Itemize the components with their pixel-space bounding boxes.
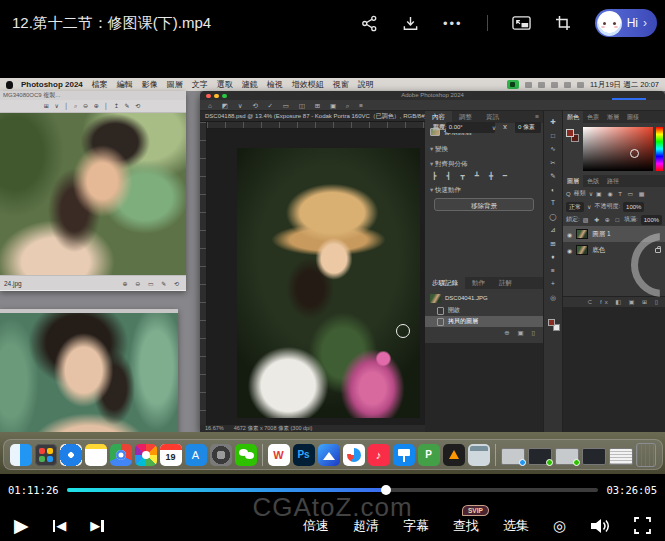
- dock-trash-icon[interactable]: [636, 443, 656, 467]
- caret-down-icon[interactable]: ∨: [589, 190, 593, 197]
- dock-wechat-icon[interactable]: [235, 444, 257, 466]
- share-icon[interactable]: [361, 15, 378, 32]
- tab-patterns[interactable]: 圖樣: [623, 111, 643, 123]
- playback-speed-button[interactable]: 倍速: [303, 517, 329, 535]
- history-item-layer-via-copy[interactable]: 拷貝的圖層: [425, 316, 543, 327]
- dock-music-icon[interactable]: ♪: [368, 444, 390, 466]
- history-footer-icons[interactable]: ⊕ ▣ ▯: [425, 327, 543, 339]
- dock-calendar-icon[interactable]: 19: [160, 444, 182, 466]
- status-icon[interactable]: [551, 82, 558, 88]
- transform-section-title[interactable]: 變換: [430, 145, 538, 154]
- dock-minimized-window[interactable]: [528, 448, 552, 465]
- tab-swatches[interactable]: 色票: [583, 111, 603, 123]
- ps-options-bar[interactable]: ⌂ ◩ ∨ ⟲ ✓ ▭ ◫ ⊞ ▣ ⌕ ≡: [200, 100, 665, 111]
- foreground-swatch[interactable]: [566, 129, 574, 137]
- align-section-title[interactable]: 對齊與分佈: [430, 160, 538, 169]
- dock-window-app-icon[interactable]: [468, 444, 490, 466]
- dock-green-app-icon[interactable]: P: [418, 444, 440, 466]
- subtitle-button[interactable]: 字幕: [403, 517, 429, 535]
- remove-background-button[interactable]: 移除背景: [434, 198, 533, 211]
- dock-baidu-netdisk-icon[interactable]: [343, 444, 365, 466]
- menu-view[interactable]: 檢視: [267, 79, 283, 90]
- filter-type-icons[interactable]: ▣ ◉ T ▭ ▦: [596, 190, 646, 197]
- ps-document-tab[interactable]: DSC04188.psd @ 13.4% (Exposure 87 - Koda…: [200, 111, 425, 122]
- play-button[interactable]: ▶: [14, 516, 29, 535]
- menu-type[interactable]: 文字: [192, 79, 208, 90]
- dock-safari-icon[interactable]: [60, 444, 82, 466]
- quick-actions-title[interactable]: 快速動作: [430, 186, 538, 195]
- align-icons-row[interactable]: ┣ ┫ ┳ ┻ ╋ ━: [432, 172, 538, 180]
- status-icon[interactable]: [538, 82, 545, 88]
- ps-canvas[interactable]: [207, 129, 425, 425]
- search-in-video-button[interactable]: 查找: [453, 517, 479, 535]
- menu-select[interactable]: 選取: [217, 79, 233, 90]
- video-frame[interactable]: Photoshop 2024 檔案 編輯 影像 圖層 文字 選取 濾鏡 檢視 增…: [0, 46, 665, 474]
- history-snapshot[interactable]: DSC04041.JPG: [425, 291, 543, 305]
- screen-record-icon[interactable]: [507, 80, 519, 89]
- dock-blue-app-icon[interactable]: [318, 444, 340, 466]
- dock-chrome-icon[interactable]: [110, 444, 132, 466]
- menu-edit[interactable]: 編輯: [117, 79, 133, 90]
- fill-value[interactable]: 100%: [641, 215, 662, 225]
- zoom-level[interactable]: 16.67%: [205, 425, 224, 432]
- filter-kind-label[interactable]: 種類: [574, 189, 586, 198]
- dock-finder-icon[interactable]: [10, 444, 32, 466]
- dock-appstore-icon[interactable]: A: [185, 444, 207, 466]
- more-icon[interactable]: •••: [443, 16, 463, 31]
- dock-keynote-icon[interactable]: [393, 444, 415, 466]
- tab-notes[interactable]: 註解: [492, 277, 519, 289]
- menu-plugins[interactable]: 增效模組: [292, 79, 324, 90]
- dock-launchpad-icon[interactable]: [35, 444, 57, 466]
- color-picker-field[interactable]: [583, 127, 653, 171]
- lock-icons[interactable]: ▨ ✚ ⊕ □: [583, 216, 621, 223]
- dock-minimized-window[interactable]: [609, 448, 633, 465]
- caret-down-icon[interactable]: ∨: [587, 203, 591, 210]
- tab-actions[interactable]: 動作: [465, 277, 492, 289]
- tab-gradients[interactable]: 漸層: [603, 111, 623, 123]
- loop-record-icon[interactable]: ◎: [553, 518, 566, 533]
- menu-window[interactable]: 視窗: [333, 79, 349, 90]
- menu-filter[interactable]: 濾鏡: [242, 79, 258, 90]
- preview-toolbar-icons[interactable]: ⊞ ∨ │ ⌕ ⊖ ⊕ │ ↥ ✎ ⟲: [0, 100, 186, 113]
- previous-episode-button[interactable]: ◀: [53, 518, 67, 533]
- quality-button[interactable]: 超清: [353, 517, 379, 535]
- account-button[interactable]: Hi ›: [595, 9, 657, 37]
- visibility-eye-icon[interactable]: ◉: [567, 247, 572, 254]
- blend-mode-select[interactable]: 正常: [566, 202, 584, 212]
- next-episode-button[interactable]: ▶: [90, 518, 104, 533]
- search-icon[interactable]: [577, 82, 584, 88]
- menu-help[interactable]: 說明: [358, 79, 374, 90]
- ps-titlebar[interactable]: Adobe Photoshop 2024: [200, 91, 665, 100]
- download-icon[interactable]: [402, 15, 419, 32]
- wifi-icon[interactable]: [564, 82, 571, 88]
- fullscreen-icon[interactable]: [634, 517, 651, 534]
- dock-notes-icon[interactable]: [85, 444, 107, 466]
- menu-file[interactable]: 檔案: [92, 79, 108, 90]
- menubar-clock[interactable]: 11月19日 週二 20:07: [590, 80, 659, 90]
- dock-minimized-window[interactable]: [582, 448, 606, 465]
- visibility-eye-icon[interactable]: ◉: [567, 231, 572, 238]
- volume-icon[interactable]: [590, 518, 610, 534]
- foreground-background-swatches[interactable]: [548, 319, 560, 331]
- dock-photoshop-icon[interactable]: Ps: [293, 444, 315, 466]
- tab-color[interactable]: 顏色: [563, 111, 583, 123]
- dock-settings-icon[interactable]: [210, 444, 232, 466]
- dock-dark-app-icon[interactable]: [443, 444, 465, 466]
- dock-minimized-window[interactable]: [501, 448, 525, 465]
- dock-wps-icon[interactable]: W: [268, 444, 290, 466]
- tab-history[interactable]: 步驟記錄: [425, 277, 465, 289]
- menu-image[interactable]: 影像: [142, 79, 158, 90]
- episodes-button[interactable]: 选集: [503, 517, 529, 535]
- layers-footer-icons[interactable]: ⊂ fx ◧ ▣ ⊞ ▯: [563, 296, 665, 307]
- search-icon[interactable]: Q: [566, 191, 571, 197]
- foreground-color-swatch[interactable]: [548, 319, 555, 326]
- tab-channels[interactable]: 色版: [583, 175, 603, 187]
- tab-layers[interactable]: 圖層: [563, 175, 583, 187]
- preview-bottom-icons[interactable]: ⊕ ⊖ ▭ ✎ ⟲: [123, 280, 182, 287]
- picture-in-picture-icon[interactable]: [512, 15, 531, 31]
- status-icon[interactable]: [525, 82, 532, 88]
- menu-layer[interactable]: 圖層: [167, 79, 183, 90]
- tool-icons-column[interactable]: ✚ □ ∿ ✂ ✎ ◐ T ◯ ⊿ ⊞ ♦ ≡ + ◎: [544, 111, 562, 304]
- dock-minimized-window[interactable]: [555, 448, 579, 465]
- dock-photos-icon[interactable]: [135, 444, 157, 466]
